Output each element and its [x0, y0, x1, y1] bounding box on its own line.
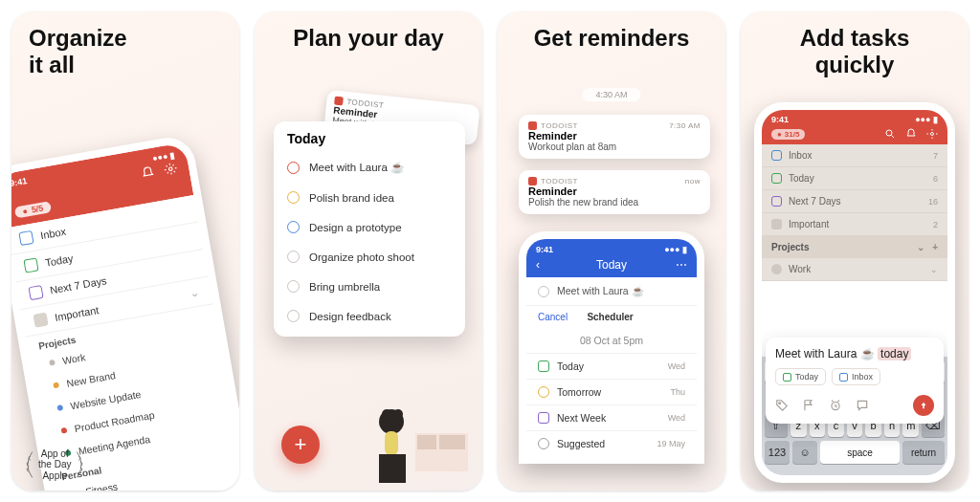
task-input[interactable]: Meet with Laura ☕ today	[775, 347, 934, 360]
task-row[interactable]: Design a prototype	[274, 212, 465, 242]
more-icon[interactable]: ⋯	[676, 258, 687, 272]
task-row[interactable]: Bring umbrella	[274, 272, 465, 301]
phone-mock: 9:41●●● ▮ ‹ Today ⋯ Meet with Laura ☕ Ca…	[519, 231, 704, 464]
space-key[interactable]: space	[820, 441, 900, 464]
task-row[interactable]: Organize photo shoot	[274, 242, 465, 272]
notif-title: Reminder	[528, 130, 701, 142]
search-icon[interactable]	[884, 128, 896, 140]
notif-title: Reminder	[528, 186, 701, 197]
cancel-button[interactable]: Cancel	[538, 312, 568, 322]
chip-today[interactable]: Today	[775, 368, 826, 385]
notif-time: 7:30 AM	[669, 121, 701, 130]
app-of-day-badge: App ofthe DayApple	[21, 448, 88, 482]
schedule-tomorrow[interactable]: TomorrowThu	[526, 379, 697, 404]
today-card: Today Meet with Laura ☕ Polish brand ide…	[274, 121, 465, 337]
time-pill: 4:30 AM	[582, 88, 640, 101]
nav-next7[interactable]: Next 7 Days16	[762, 190, 947, 213]
status-icons: ●●● ▮	[915, 115, 938, 124]
add-task-fab[interactable]: +	[281, 426, 320, 464]
svg-rect-7	[385, 431, 398, 455]
panel-add-quickly: Add tasks quickly 9:41●●● ▮ ●31/5 Inbox7…	[741, 11, 969, 491]
svg-point-0	[168, 167, 172, 171]
gear-icon[interactable]	[926, 128, 938, 140]
scheduler-title: Scheduler	[587, 312, 633, 322]
task-row[interactable]: Meet with Laura ☕	[274, 152, 465, 183]
svg-point-6	[393, 409, 403, 419]
task-row[interactable]: Polish brand idea	[274, 183, 465, 212]
svg-rect-8	[379, 454, 406, 483]
notification-card[interactable]: TODOIST7:30 AM Reminder Workout plan at …	[519, 115, 710, 159]
quick-add-card: Meet with Laura ☕ today Today Inbox	[766, 338, 944, 424]
notif-body: Workout plan at 8am	[528, 142, 701, 152]
alarm-icon[interactable]	[829, 399, 842, 412]
chip-inbox[interactable]: Inbox	[832, 368, 880, 385]
project-row[interactable]: Work⌄	[762, 258, 947, 281]
status-time: 9:41	[771, 115, 789, 124]
task-row[interactable]: Meet with Laura ☕	[526, 277, 697, 306]
status-time: 9:41	[11, 176, 28, 188]
phone-mock: 9:41●●● ▮ ●31/5 Inbox7 Today6 Next 7 Day…	[754, 102, 955, 483]
task-row[interactable]: Design feedback	[274, 301, 465, 331]
emoji-key[interactable]: ☺	[792, 441, 817, 464]
app-icon	[528, 121, 537, 130]
chevron-down-icon: ⌄	[930, 265, 938, 274]
productivity-chip[interactable]: ●5/5	[14, 201, 52, 218]
chevron-down-icon: ⌄	[917, 242, 924, 252]
add-icon[interactable]: +	[932, 242, 938, 252]
panel-title: Plan your day	[255, 11, 482, 52]
person-illustration	[348, 376, 482, 491]
schedule-suggested[interactable]: Suggested19 May	[526, 430, 697, 456]
tag-icon[interactable]	[775, 399, 789, 412]
nav-inbox[interactable]: Inbox7	[762, 144, 947, 167]
panel-plan-day: Plan your day TODOIST Reminder Meet with…	[255, 11, 482, 491]
chevron-down-icon: ⌄	[189, 286, 200, 301]
header-title: Today	[596, 258, 627, 272]
status-icons: ●●● ▮	[664, 245, 687, 254]
gear-icon[interactable]	[163, 162, 178, 177]
app-icon	[528, 177, 537, 186]
back-icon[interactable]: ‹	[536, 258, 540, 272]
numeric-key[interactable]: 123	[765, 441, 790, 464]
bell-icon[interactable]	[140, 165, 155, 181]
nav-important[interactable]: Important2	[762, 213, 947, 236]
flag-icon[interactable]	[802, 399, 815, 412]
card-header: Today	[274, 131, 465, 152]
svg-point-5	[382, 409, 391, 419]
panel-title: Add tasks quickly	[741, 11, 969, 77]
svg-rect-3	[439, 435, 465, 449]
notification-card[interactable]: TODOISTnow Reminder Polish the new brand…	[519, 170, 710, 214]
projects-header[interactable]: Projects⌄+	[762, 236, 947, 258]
svg-rect-2	[417, 435, 436, 449]
comment-icon[interactable]	[856, 399, 869, 412]
submit-button[interactable]	[913, 395, 934, 416]
laurel-left-icon	[21, 450, 36, 479]
laurel-right-icon	[73, 450, 88, 479]
phone-mock: 9:41 ●●● ▮ ●5/5 Inbox Today Next 7 Days …	[11, 134, 239, 491]
date-display[interactable]: 08 Oct at 5pm	[526, 328, 697, 353]
schedule-today[interactable]: TodayWed	[526, 353, 697, 379]
notif-body: Polish the new brand idea	[528, 197, 701, 207]
productivity-chip[interactable]: ●31/5	[771, 129, 805, 140]
panel-title: Get reminders	[498, 11, 725, 52]
status-time: 9:41	[536, 245, 553, 254]
panel-reminders: Get reminders 4:30 AM TODOIST7:30 AM Rem…	[498, 11, 725, 491]
schedule-nextweek[interactable]: Next WeekWed	[526, 404, 697, 430]
svg-point-10	[931, 133, 934, 136]
return-key[interactable]: return	[902, 441, 945, 464]
panel-organize: Organize it all 9:41 ●●● ▮ ●5/5 Inbox To…	[11, 11, 239, 491]
nav-today[interactable]: Today6	[762, 167, 947, 190]
bell-icon[interactable]	[905, 128, 917, 140]
notif-time: now	[685, 177, 701, 186]
svg-point-11	[779, 403, 781, 404]
svg-point-9	[886, 130, 892, 136]
panel-title: Organize it all	[11, 11, 239, 77]
